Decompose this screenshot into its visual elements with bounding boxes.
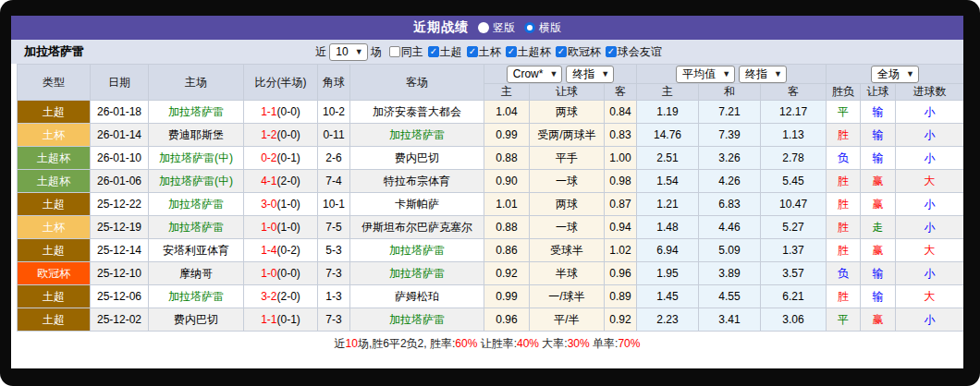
corners-cell: 7-3 — [318, 262, 350, 285]
home-team-cell: 费迪耶斯堡 — [149, 124, 244, 147]
checkbox-checked-icon — [606, 46, 617, 57]
radio-selected-icon — [524, 22, 535, 33]
match-count-value: 10 — [336, 45, 348, 58]
avg-away-odds: 3.57 — [761, 262, 827, 285]
sub-header-winloss: 胜负 — [827, 84, 861, 101]
checkbox-checked-icon — [556, 46, 567, 57]
result-goals: 小 — [896, 101, 963, 124]
score-cell: 0-2(0-1) — [244, 147, 318, 170]
layout-radio-horizontal[interactable]: 横版 — [524, 20, 561, 36]
away-team-cell: 加拉塔萨雷 — [350, 124, 484, 147]
filter-bar: 加拉塔萨雷 近 10 ▼ 场 同主 土超 土杯 土超杯 — [11, 40, 963, 64]
avg-away-odds: 5.27 — [761, 216, 827, 239]
handicap-away-odds: 0.84 — [605, 101, 637, 124]
score-cell: 4-1(2-0) — [244, 170, 318, 193]
score-cell: 3-2(2-0) — [244, 285, 318, 308]
avg-away-odds: 6.21 — [761, 285, 827, 308]
filter-league-0[interactable]: 土超 — [428, 44, 462, 60]
type-cell: 土超杯 — [18, 147, 91, 170]
avg-stage-value: 终指 — [745, 67, 767, 80]
checkbox-unchecked-icon — [389, 46, 400, 57]
avg-source-select[interactable]: 平均值 ▼ — [676, 66, 735, 83]
away-team-cell: 加济安泰普大都会 — [350, 101, 484, 124]
result-winloss: 平 — [827, 101, 861, 124]
score-cell: 1-4(0-2) — [244, 239, 318, 262]
date-cell: 25-12-19 — [91, 216, 149, 239]
avg-draw-odds: 7.39 — [699, 124, 761, 147]
layout-radio-vertical[interactable]: 竖版 — [478, 20, 515, 36]
avg-away-odds: 1.13 — [761, 124, 827, 147]
result-handicap: 输 — [861, 124, 896, 147]
avg-stage-select[interactable]: 终指 ▼ — [739, 66, 787, 83]
away-team-cell: 加拉塔萨雷 — [350, 239, 484, 262]
type-cell: 土超 — [18, 308, 91, 332]
sub-header-goals-result: 进球数 — [896, 84, 963, 101]
date-cell: 25-12-22 — [91, 193, 149, 216]
result-goals: 小 — [896, 216, 963, 239]
home-team-cell: 加拉塔萨雷(中) — [149, 170, 244, 193]
results-tbody: 土超26-01-18加拉塔萨雷1-1(0-0)10-2加济安泰普大都会1.04两… — [18, 101, 964, 332]
result-handicap: 赢 — [861, 193, 896, 216]
score-cell: 1-0(1-0) — [244, 216, 318, 239]
handicap-away-odds: 0.89 — [605, 285, 637, 308]
table-row: 土杯26-01-14费迪耶斯堡1-2(0-0)0-11加拉塔萨雷0.99受两/两… — [18, 124, 964, 147]
result-goals: 大 — [896, 170, 963, 193]
date-cell: 26-01-18 — [91, 101, 149, 124]
date-cell: 25-12-02 — [91, 308, 149, 332]
result-winloss: 胜 — [827, 239, 861, 262]
col-header-date: 日期 — [91, 65, 149, 101]
away-team-cell: 萨姆松珀 — [350, 285, 484, 308]
table-row: 土超25-12-06加拉塔萨雷3-2(2-0)1-3萨姆松珀0.99一/球半0.… — [18, 285, 964, 308]
date-cell: 25-12-14 — [91, 239, 149, 262]
result-winloss: 胜 — [827, 193, 861, 216]
away-team-cell: 伊斯坦布尔巴萨克塞尔 — [350, 216, 484, 239]
avg-home-odds: 2.23 — [637, 308, 699, 332]
away-team-cell: 加拉塔萨雷 — [350, 262, 484, 285]
avg-draw-odds: 7.21 — [699, 101, 761, 124]
summary-text: 近10场,胜6平2负2, 胜率:60% 让胜率:40% 大率:30% 单率:70… — [335, 336, 641, 352]
results-table: 类型 日期 主场 比分(半场) 角球 客场 Crow* ▼ 终指 — [17, 64, 963, 332]
table-row: 欧冠杯25-12-10摩纳哥1-0(0-0)7-3加拉塔萨雷0.92半球0.96… — [18, 262, 964, 285]
col-header-score: 比分(半场) — [244, 65, 318, 101]
filter-league-1[interactable]: 土杯 — [467, 44, 501, 60]
result-group-header: 全场 ▼ — [827, 65, 963, 84]
handicap-away-odds: 1.00 — [605, 147, 637, 170]
result-handicap: 输 — [861, 285, 896, 308]
handicap-home-odds: 0.90 — [484, 170, 530, 193]
sub-header-avg-away: 客 — [761, 84, 827, 101]
result-winloss: 胜 — [827, 170, 861, 193]
away-team-cell: 卡斯帕萨 — [350, 193, 484, 216]
home-team-cell: 费内巴切 — [149, 308, 244, 332]
handicap-line: 一球 — [530, 216, 605, 239]
handicap-home-odds: 0.99 — [484, 285, 530, 308]
result-goals: 小 — [896, 308, 963, 332]
scope-value: 全场 — [877, 67, 900, 80]
filter-same-home[interactable]: 同主 — [389, 44, 423, 60]
result-winloss: 胜 — [827, 124, 861, 147]
handicap-away-odds: 0.87 — [605, 193, 637, 216]
title-bar: 近期战绩 竖版 横版 — [11, 16, 963, 40]
sub-header-hcp-line: 让球 — [530, 84, 605, 101]
result-goals: 小 — [896, 193, 963, 216]
avg-home-odds: 1.54 — [637, 170, 699, 193]
table-row: 土超26-01-18加拉塔萨雷1-1(0-0)10-2加济安泰普大都会1.04两… — [18, 101, 964, 124]
league-label: 土超 — [440, 44, 462, 60]
handicap-home-odds: 1.01 — [484, 193, 530, 216]
date-cell: 26-01-06 — [91, 170, 149, 193]
scope-select[interactable]: 全场 ▼ — [871, 66, 919, 83]
result-goals: 小 — [896, 262, 963, 285]
result-handicap: 输 — [861, 262, 896, 285]
avg-home-odds: 2.51 — [637, 147, 699, 170]
result-handicap: 输 — [861, 147, 896, 170]
filter-league-3[interactable]: 欧冠杯 — [556, 44, 601, 60]
match-count-select[interactable]: 10 ▼ — [329, 43, 367, 61]
avg-draw-odds: 5.09 — [699, 239, 761, 262]
odds-stage-select[interactable]: 终指 ▼ — [566, 66, 614, 83]
date-cell: 25-12-06 — [91, 285, 149, 308]
table-row: 土超25-12-14安塔利亚体育1-4(0-2)5-3加拉塔萨雷0.86受球半1… — [18, 239, 964, 262]
handicap-home-odds: 0.96 — [484, 308, 530, 332]
filter-league-2[interactable]: 土超杯 — [506, 44, 551, 60]
type-cell: 土超杯 — [18, 170, 91, 193]
filter-league-4[interactable]: 球会友谊 — [606, 44, 662, 60]
odds-source-select[interactable]: Crow* ▼ — [507, 66, 563, 83]
